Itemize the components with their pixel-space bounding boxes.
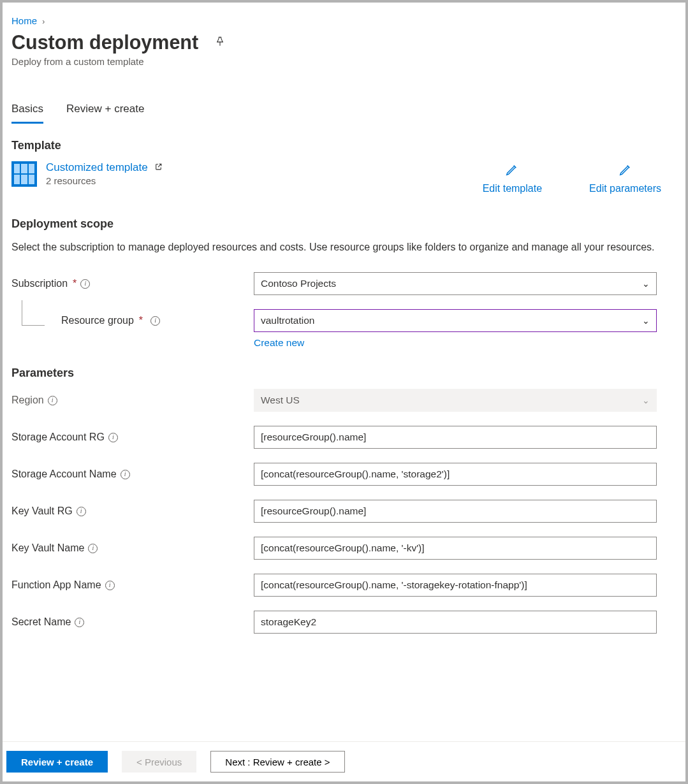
subscription-select[interactable]: Contoso Projects ⌄: [254, 272, 657, 295]
custom-deployment-page: Home › Custom deployment Deploy from a c…: [3, 3, 685, 781]
resource-group-value: vaultrotation: [261, 315, 314, 326]
info-icon[interactable]: i: [150, 316, 160, 326]
key-vault-name-label: Key Vault Name i: [11, 542, 254, 554]
region-value: West US: [261, 395, 300, 406]
footer-bar: Review + create < Previous Next : Review…: [3, 741, 685, 781]
resource-group-label: Resource group* i: [11, 315, 254, 326]
customized-template-link[interactable]: Customized template: [46, 161, 148, 173]
pin-icon[interactable]: [214, 35, 226, 50]
region-select: West US ⌄: [254, 389, 657, 412]
page-subtitle: Deploy from a custom template: [11, 56, 677, 67]
info-icon[interactable]: i: [75, 618, 84, 627]
subscription-label: Subscription* i: [11, 278, 254, 289]
key-vault-name-input[interactable]: [concat(resourceGroup().name, '-kv')]: [254, 537, 657, 560]
info-icon[interactable]: i: [88, 544, 98, 553]
subscription-value: Contoso Projects: [261, 278, 336, 289]
breadcrumb: Home ›: [11, 15, 677, 26]
page-title: Custom deployment: [11, 31, 198, 54]
chevron-down-icon: ⌄: [642, 279, 650, 289]
parameters-heading: Parameters: [11, 367, 677, 380]
function-app-name-label: Function App Name i: [11, 579, 254, 591]
function-app-name-input[interactable]: [concat(resourceGroup().name, '-storagek…: [254, 574, 657, 597]
tab-basics[interactable]: Basics: [11, 99, 43, 124]
next-button[interactable]: Next : Review + create >: [210, 751, 344, 773]
storage-account-rg-input[interactable]: [resourceGroup().name]: [254, 426, 657, 449]
storage-account-rg-label: Storage Account RG i: [11, 432, 254, 443]
edit-template-label: Edit template: [483, 183, 542, 194]
storage-account-name-label: Storage Account Name i: [11, 468, 254, 480]
resource-group-select[interactable]: vaultrotation ⌄: [254, 309, 657, 332]
info-icon[interactable]: i: [77, 507, 86, 516]
external-link-icon: [154, 162, 163, 173]
info-icon[interactable]: i: [108, 433, 118, 442]
previous-button: < Previous: [122, 751, 196, 773]
template-info: Customized template 2 resources: [11, 161, 163, 187]
tabs: Basics Review + create: [11, 99, 677, 124]
info-icon[interactable]: i: [48, 396, 57, 405]
template-icon: [11, 161, 37, 187]
chevron-down-icon: ⌄: [642, 316, 650, 326]
deployment-scope-description: Select the subscription to manage deploy…: [11, 240, 677, 254]
tab-review-create[interactable]: Review + create: [66, 99, 144, 124]
key-vault-rg-input[interactable]: [resourceGroup().name]: [254, 500, 657, 523]
key-vault-rg-label: Key Vault RG i: [11, 505, 254, 517]
pencil-icon: [618, 163, 633, 179]
secret-name-label: Secret Name i: [11, 616, 254, 628]
review-create-button[interactable]: Review + create: [6, 751, 108, 773]
create-new-resource-group-link[interactable]: Create new: [254, 337, 304, 348]
template-resource-count: 2 resources: [46, 175, 163, 186]
edit-template-link[interactable]: Edit template: [483, 163, 542, 194]
template-heading: Template: [11, 139, 677, 152]
deployment-scope-heading: Deployment scope: [11, 217, 677, 231]
storage-account-name-input[interactable]: [concat(resourceGroup().name, 'storage2'…: [254, 463, 657, 486]
edit-parameters-label: Edit parameters: [589, 183, 661, 194]
chevron-right-icon: ›: [42, 17, 45, 26]
pencil-icon: [505, 163, 519, 179]
branch-line-icon: [22, 300, 45, 326]
secret-name-input[interactable]: storageKey2: [254, 611, 657, 634]
info-icon[interactable]: i: [80, 279, 90, 289]
info-icon[interactable]: i: [121, 470, 130, 479]
region-label: Region i: [11, 395, 254, 406]
chevron-down-icon: ⌄: [642, 395, 650, 405]
edit-parameters-link[interactable]: Edit parameters: [589, 163, 661, 194]
breadcrumb-home-link[interactable]: Home: [11, 15, 37, 26]
info-icon[interactable]: i: [105, 581, 115, 590]
